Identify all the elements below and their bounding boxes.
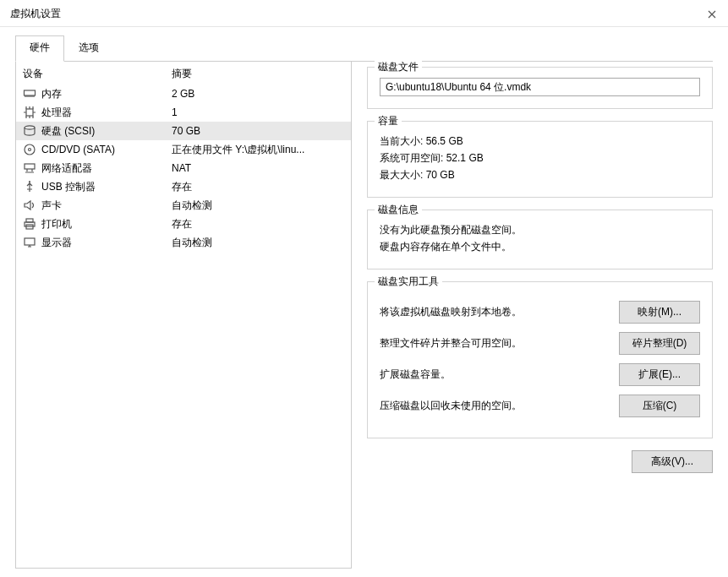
- disk-utilities-group: 磁盘实用工具 将该虚拟机磁盘映射到本地卷。 映射(M)... 整理文件碎片并整合…: [367, 281, 713, 438]
- svg-point-2: [25, 126, 35, 129]
- hardware-summary: 自动检测: [172, 199, 344, 213]
- hardware-summary: 自动检测: [172, 236, 344, 250]
- map-description: 将该虚拟机磁盘映射到本地卷。: [380, 305, 619, 319]
- column-header-device: 设备: [23, 67, 172, 81]
- disc-icon: [23, 143, 36, 156]
- hardware-summary: 存在: [172, 217, 344, 231]
- disk-utilities-legend: 磁盘实用工具: [375, 275, 442, 289]
- capacity-max-value: 70 GB: [426, 169, 455, 181]
- compact-button[interactable]: 压缩(C): [619, 395, 700, 417]
- display-icon: [23, 236, 36, 249]
- disk-file-group: 磁盘文件: [367, 67, 713, 109]
- advanced-button[interactable]: 高级(V)...: [632, 450, 713, 473]
- hardware-summary: 70 GB: [172, 125, 344, 137]
- capacity-free-label: 系统可用空间:: [380, 152, 443, 164]
- hardware-row[interactable]: 声卡自动检测: [16, 196, 351, 215]
- compact-description: 压缩磁盘以回收未使用的空间。: [380, 399, 619, 413]
- hardware-row[interactable]: 处理器1: [16, 103, 351, 122]
- capacity-max: 最大大小: 70 GB: [380, 168, 700, 182]
- capacity-group: 容量 当前大小: 56.5 GB 系统可用空间: 52.1 GB 最大大小: 7…: [367, 121, 713, 198]
- tab-bar: 硬件 选项: [0, 27, 728, 61]
- hardware-row[interactable]: 硬盘 (SCSI)70 GB: [16, 122, 351, 140]
- memory-icon: [23, 87, 36, 101]
- hardware-name: 处理器: [41, 106, 172, 120]
- svg-point-4: [29, 149, 31, 151]
- net-icon: [23, 161, 36, 175]
- hardware-list-panel: 设备 摘要 内存2 GB处理器1硬盘 (SCSI)70 GBCD/DVD (SA…: [15, 62, 352, 569]
- column-header-summary: 摘要: [172, 67, 344, 81]
- detail-panel: 磁盘文件 容量 当前大小: 56.5 GB 系统可用空间: 52.1 GB 最大…: [367, 62, 713, 577]
- defrag-description: 整理文件碎片并整合可用空间。: [380, 336, 619, 351]
- disk-info-legend: 磁盘信息: [375, 203, 422, 217]
- capacity-current-value: 56.5 GB: [426, 135, 463, 147]
- svg-rect-10: [25, 238, 35, 245]
- map-button[interactable]: 映射(M)...: [619, 301, 700, 324]
- hardware-name: USB 控制器: [41, 180, 172, 194]
- hardware-list: 内存2 GB处理器1硬盘 (SCSI)70 GBCD/DVD (SATA)正在使…: [16, 84, 351, 252]
- expand-button[interactable]: 扩展(E)...: [619, 363, 700, 386]
- tab-hardware[interactable]: 硬件: [15, 35, 64, 62]
- hardware-list-header: 设备 摘要: [16, 62, 351, 84]
- hardware-row[interactable]: 网络适配器NAT: [16, 159, 351, 177]
- svg-rect-1: [26, 109, 33, 116]
- capacity-free-value: 52.1 GB: [446, 152, 484, 164]
- capacity-current-label: 当前大小:: [380, 135, 423, 147]
- disk-icon: [23, 124, 36, 138]
- capacity-max-label: 最大大小:: [380, 169, 423, 181]
- hardware-summary: NAT: [172, 162, 344, 174]
- hardware-name: 硬盘 (SCSI): [41, 124, 172, 139]
- hardware-name: 打印机: [41, 217, 172, 231]
- titlebar: 虚拟机设置: [0, 0, 728, 27]
- printer-icon: [23, 217, 36, 231]
- disk-info-group: 磁盘信息 没有为此硬盘预分配磁盘空间。 硬盘内容存储在单个文件中。: [367, 210, 713, 269]
- svg-point-3: [25, 144, 35, 155]
- hardware-summary: 存在: [172, 180, 344, 194]
- hardware-row[interactable]: 内存2 GB: [16, 84, 351, 103]
- hardware-summary: 正在使用文件 Y:\虚拟机\linu...: [172, 143, 344, 157]
- disk-info-line2: 硬盘内容存储在单个文件中。: [380, 240, 700, 254]
- hardware-summary: 1: [172, 106, 344, 118]
- hardware-row[interactable]: 打印机存在: [16, 215, 351, 233]
- disk-file-legend: 磁盘文件: [375, 60, 422, 74]
- expand-description: 扩展磁盘容量。: [380, 367, 619, 382]
- window-title: 虚拟机设置: [10, 7, 61, 21]
- hardware-name: 声卡: [41, 199, 172, 213]
- defrag-button[interactable]: 碎片整理(D): [619, 332, 700, 355]
- hardware-row[interactable]: CD/DVD (SATA)正在使用文件 Y:\虚拟机\linu...: [16, 140, 351, 159]
- tab-options[interactable]: 选项: [64, 35, 113, 61]
- capacity-free: 系统可用空间: 52.1 GB: [380, 151, 700, 166]
- hardware-name: 内存: [41, 87, 172, 101]
- svg-rect-7: [26, 219, 33, 222]
- hardware-summary: 2 GB: [172, 88, 344, 100]
- disk-file-input[interactable]: [380, 78, 700, 96]
- hardware-name: CD/DVD (SATA): [41, 144, 172, 155]
- capacity-legend: 容量: [375, 114, 402, 128]
- svg-point-6: [29, 181, 30, 182]
- hardware-row[interactable]: USB 控制器存在: [16, 177, 351, 196]
- svg-rect-5: [25, 164, 35, 169]
- disk-info-line1: 没有为此硬盘预分配磁盘空间。: [380, 223, 700, 237]
- usb-icon: [23, 180, 36, 193]
- hardware-row[interactable]: 显示器自动检测: [16, 233, 351, 252]
- svg-rect-0: [25, 90, 36, 95]
- close-icon[interactable]: [706, 8, 718, 20]
- hardware-name: 显示器: [41, 236, 172, 250]
- capacity-current: 当前大小: 56.5 GB: [380, 134, 700, 149]
- sound-icon: [23, 199, 36, 212]
- hardware-name: 网络适配器: [41, 161, 172, 176]
- cpu-icon: [23, 106, 36, 119]
